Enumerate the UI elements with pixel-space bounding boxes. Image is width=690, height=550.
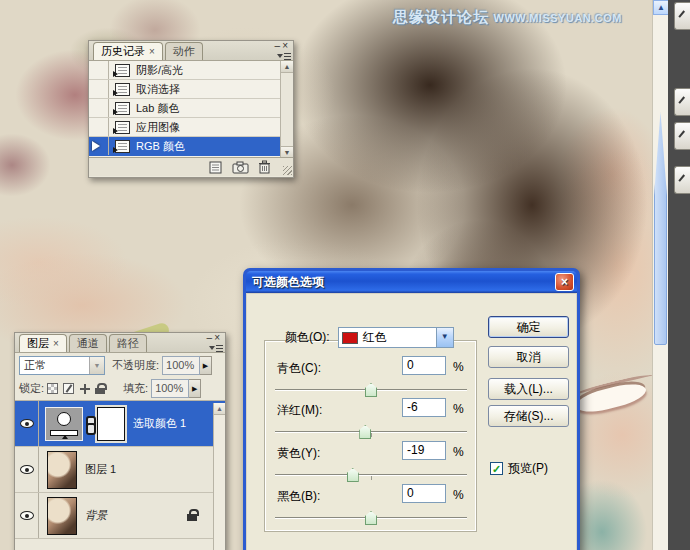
tab-actions[interactable]: 动作 xyxy=(165,42,203,60)
background-layer-row[interactable]: 背景 xyxy=(15,493,225,539)
tab-close-icon[interactable]: × xyxy=(53,338,59,349)
visibility-toggle[interactable] xyxy=(15,493,39,538)
arrow-right-icon[interactable]: ▶ xyxy=(200,356,212,375)
dialog-titlebar[interactable]: 可选颜色选项 × xyxy=(246,271,577,293)
fill-label: 填充: xyxy=(123,381,148,396)
color-select[interactable]: 红色 ▼ xyxy=(338,327,454,348)
magenta-slider-thumb[interactable] xyxy=(359,425,371,439)
ok-button[interactable]: 确定 xyxy=(488,316,569,338)
yellow-slider[interactable] xyxy=(275,468,467,482)
save-button[interactable]: 存储(S)... xyxy=(488,405,569,427)
mask-link-icon[interactable] xyxy=(85,416,93,432)
lock-label: 锁定: xyxy=(19,381,44,396)
yellow-value-input[interactable]: -19 xyxy=(402,441,446,460)
dialog-close-button[interactable]: × xyxy=(555,273,574,291)
workspace-gutter xyxy=(668,0,690,550)
history-bottom-bar xyxy=(89,158,293,176)
black-label: 黑色(B): xyxy=(277,488,347,505)
cancel-button[interactable]: 取消 xyxy=(488,346,569,368)
panel-resize-grip[interactable] xyxy=(283,166,292,175)
layer-name[interactable]: 图层 1 xyxy=(85,462,116,477)
tab-channels[interactable]: 通道 xyxy=(69,334,107,352)
cyan-value-input[interactable]: 0 xyxy=(402,356,446,375)
toolbox-tool-button-3[interactable] xyxy=(674,122,690,150)
layer-thumbnail[interactable] xyxy=(47,497,77,535)
layer-thumbnail[interactable] xyxy=(47,451,77,489)
layers-scrollbar[interactable]: ▲ xyxy=(213,403,225,550)
history-source-well[interactable] xyxy=(89,99,109,117)
history-state-row[interactable]: Lab 颜色 xyxy=(89,99,282,118)
chevron-down-icon[interactable]: ▼ xyxy=(436,328,453,347)
panel-menu-button[interactable] xyxy=(209,344,223,354)
toolbox-tool-button-1[interactable] xyxy=(674,2,690,30)
lock-paint-icon[interactable] xyxy=(63,383,74,394)
preview-checkbox-row[interactable]: ✓ 预览(P) xyxy=(490,460,548,477)
history-state-row[interactable]: 应用图像 xyxy=(89,118,282,137)
canvas-vertical-scrollbar[interactable]: ▲ xyxy=(652,0,668,550)
delete-trash-button[interactable] xyxy=(258,160,271,174)
history-source-well[interactable] xyxy=(89,80,109,98)
scroll-up-icon[interactable]: ▲ xyxy=(653,0,669,15)
eye-icon xyxy=(20,511,34,520)
toolbox-tool-button-2[interactable] xyxy=(674,88,690,116)
history-source-well[interactable] xyxy=(89,137,109,155)
toolbox-tool-icon xyxy=(678,96,689,107)
current-state-pointer-icon[interactable] xyxy=(92,141,105,151)
scroll-up-icon[interactable]: ▲ xyxy=(214,403,225,415)
load-button[interactable]: 载入(L)... xyxy=(488,378,569,400)
adjustment-layer-thumbnail[interactable] xyxy=(45,407,83,441)
history-state-row-selected[interactable]: RGB 颜色 xyxy=(89,137,282,156)
black-value-input[interactable]: 0 xyxy=(402,484,446,503)
chevron-down-icon[interactable]: ▼ xyxy=(89,357,104,374)
history-source-well[interactable] xyxy=(89,61,109,79)
fill-field[interactable]: 100% ▶ xyxy=(151,379,201,398)
scrollbar-thumb[interactable] xyxy=(654,112,667,345)
lock-all-icon[interactable] xyxy=(95,383,106,394)
adjustment-slider-icon xyxy=(50,430,78,436)
toolbox-tool-button-4[interactable] xyxy=(674,166,690,194)
cyan-label: 青色(C): xyxy=(277,360,347,377)
lock-buttons xyxy=(47,383,106,394)
layer-row[interactable]: 图层 1 xyxy=(15,447,225,493)
visibility-toggle[interactable] xyxy=(15,401,39,446)
new-document-from-state-button[interactable] xyxy=(208,161,223,174)
history-source-well[interactable] xyxy=(89,118,109,136)
yellow-unit: % xyxy=(453,445,464,459)
arrow-right-icon[interactable]: ▶ xyxy=(189,379,201,398)
layer-name[interactable]: 背景 xyxy=(85,508,107,523)
tab-paths[interactable]: 路径 xyxy=(109,334,147,352)
watermark: 思缘设计论坛 WWW.MISSYUAN.COM xyxy=(393,8,622,27)
layer-name[interactable]: 选取颜色 1 xyxy=(133,416,186,431)
layer-mask-thumbnail[interactable] xyxy=(97,407,125,441)
cyan-slider-thumb[interactable] xyxy=(365,383,377,397)
blend-mode-select[interactable]: 正常 ▼ xyxy=(19,356,105,375)
tab-layers[interactable]: 图层× xyxy=(19,334,67,352)
fill-value[interactable]: 100% xyxy=(151,379,189,398)
visibility-toggle[interactable] xyxy=(15,447,39,492)
flyout-triangle-icon xyxy=(209,346,215,353)
close-icon[interactable]: × xyxy=(282,40,290,51)
black-slider-thumb[interactable] xyxy=(365,511,377,525)
opacity-field[interactable]: 100% ▶ xyxy=(162,356,212,375)
history-scrollbar[interactable]: ▲ ▼ xyxy=(280,61,293,158)
tab-history[interactable]: 历史记录× xyxy=(93,42,163,60)
new-snapshot-camera-button[interactable] xyxy=(232,161,249,174)
opacity-value[interactable]: 100% xyxy=(162,356,200,375)
close-icon[interactable]: × xyxy=(214,332,222,343)
toolbox-tool-icon xyxy=(678,174,689,185)
toolbox-tool-icon xyxy=(678,10,689,21)
lock-position-icon[interactable] xyxy=(79,383,90,394)
magenta-value-input[interactable]: -6 xyxy=(402,398,446,417)
black-slider[interactable] xyxy=(275,511,467,525)
history-state-row[interactable]: 阴影/高光 xyxy=(89,61,282,80)
lock-transparency-icon[interactable] xyxy=(47,383,58,394)
scroll-up-icon[interactable]: ▲ xyxy=(281,61,293,73)
cyan-slider[interactable] xyxy=(275,383,467,397)
yellow-slider-thumb[interactable] xyxy=(347,468,359,482)
tab-close-icon[interactable]: × xyxy=(149,46,155,57)
history-state-row[interactable]: 取消选择 xyxy=(89,80,282,99)
scroll-down-icon[interactable]: ▼ xyxy=(281,146,293,158)
checkbox-checked-icon[interactable]: ✓ xyxy=(490,462,503,475)
magenta-slider[interactable] xyxy=(275,425,467,439)
layer-row-selected[interactable]: 选取颜色 1 xyxy=(15,401,225,447)
